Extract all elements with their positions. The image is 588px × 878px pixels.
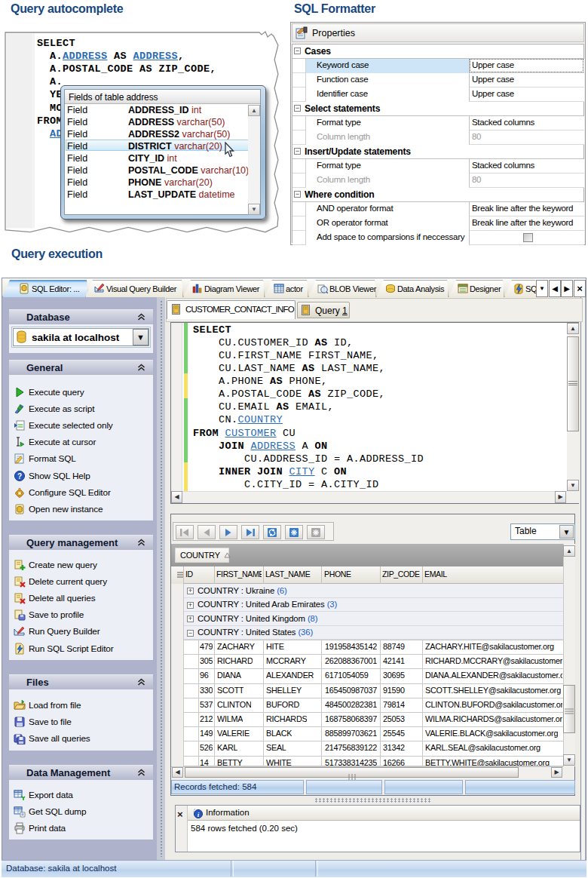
svg-text:?: ?	[17, 472, 22, 480]
